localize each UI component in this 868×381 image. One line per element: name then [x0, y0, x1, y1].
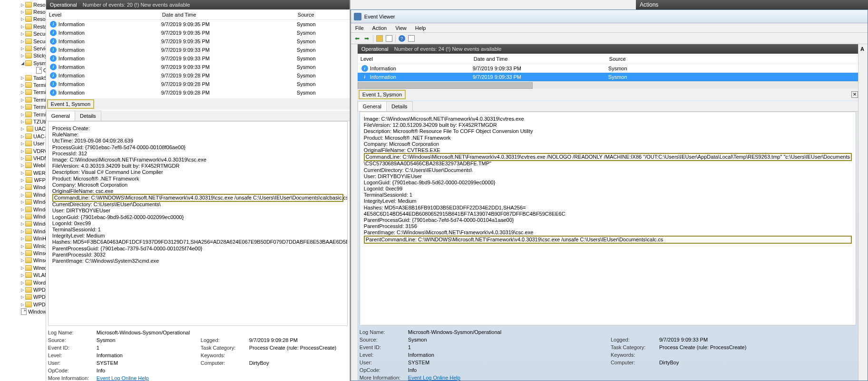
- expand-arrow-icon[interactable]: ▷: [21, 105, 24, 109]
- event-columns-right[interactable]: Level Date and Time Source: [358, 54, 858, 64]
- col-level[interactable]: Level: [358, 56, 471, 62]
- expand-arrow-icon[interactable]: ▷: [21, 207, 24, 212]
- expand-arrow-icon[interactable]: ▷: [21, 10, 24, 14]
- expand-arrow-icon[interactable]: ▷: [21, 119, 24, 124]
- expand-arrow-icon[interactable]: ▷: [21, 251, 24, 256]
- col-date[interactable]: Date and Time: [159, 12, 295, 18]
- menu-help[interactable]: Help: [411, 25, 430, 31]
- expand-arrow-icon[interactable]: ▷: [21, 17, 24, 21]
- expand-arrow-icon[interactable]: ▷: [21, 39, 24, 44]
- tree-item-wer-diagnosti[interactable]: ▷WER-Diagnosti: [0, 169, 46, 176]
- event-row[interactable]: iInformation9/7/2019 9:09:35 PMSysmon: [46, 20, 350, 29]
- tree-item-resource-exha[interactable]: ▷Resource-Exha: [0, 8, 46, 15]
- detail-tabs-right[interactable]: General Details: [358, 101, 858, 112]
- tree-item-terminalservic[interactable]: ▷TerminalServic: [0, 81, 46, 88]
- expand-arrow-icon[interactable]: ▷: [21, 46, 24, 51]
- event-row[interactable]: iInformation9/7/2019 9:09:33 PMSysmon: [46, 54, 350, 63]
- tree-item-sysmon[interactable]: ◢Sysmon: [0, 59, 46, 67]
- event-detail-left[interactable]: Process Create:RuleName:UtcTime: 2019-09…: [48, 121, 348, 326]
- help-button[interactable]: ?: [398, 34, 406, 43]
- event-row[interactable]: iInformation9/7/2019 9:09:28 PMSysmon: [46, 88, 350, 97]
- event-row[interactable]: iInformation9/7/2019 9:09:33 PMSysmon: [46, 46, 350, 54]
- event-row[interactable]: iInformation9/7/2019 9:09:28 PMSysmon: [46, 71, 350, 80]
- expand-arrow-icon[interactable]: ▷: [21, 97, 24, 102]
- properties-button[interactable]: [385, 34, 393, 43]
- tree-item-windows-firew[interactable]: ▷Windows Firew: [0, 191, 46, 198]
- online-help-link[interactable]: Event Log Online Help: [408, 375, 460, 381]
- tree-item-windows-defe[interactable]: ▷Windows Defe: [0, 184, 46, 191]
- tree-item-wlan-autoco[interactable]: ▷WLAN-AutoCo: [0, 271, 46, 278]
- tree-item-winhttp[interactable]: ▷WinHttp: [0, 235, 46, 242]
- menu-action[interactable]: Action: [368, 25, 391, 31]
- tree-item-resource-exha[interactable]: ▷Resource-Exha: [0, 1, 46, 8]
- tree-item-wpd-mtpclas[interactable]: ▷WPD-MTPClas: [0, 301, 46, 308]
- tree-item-taskscheduler[interactable]: ▷TaskScheduler: [0, 74, 46, 81]
- expand-arrow-icon[interactable]: ▷: [21, 192, 24, 197]
- tree-item-windowsupda[interactable]: ▷WindowsUpda: [0, 228, 46, 235]
- col-source[interactable]: Source: [295, 12, 350, 18]
- expand-arrow-icon[interactable]: ▷: [21, 295, 24, 299]
- tree-item-operationa[interactable]: Operationa: [0, 67, 46, 74]
- show-tree-button[interactable]: [375, 34, 384, 43]
- tree-item-security-audi[interactable]: ▷Security-Audi: [0, 30, 46, 38]
- expand-arrow-icon[interactable]: ▷: [21, 76, 24, 80]
- expand-arrow-icon[interactable]: ▷: [21, 163, 24, 168]
- col-date[interactable]: Date and Time: [471, 56, 606, 62]
- tree-item-restartmanag[interactable]: ▷RestartManag: [0, 23, 46, 30]
- expand-arrow-icon[interactable]: ▷: [21, 200, 24, 204]
- tree-item-wired-autoco[interactable]: ▷Wired-AutoCo: [0, 264, 46, 271]
- menu-file[interactable]: File: [351, 25, 368, 31]
- expand-arrow-icon[interactable]: ▷: [21, 229, 24, 234]
- event-row[interactable]: iInformation9/7/2019 9:09:28 PMSysmon: [46, 80, 350, 88]
- tree-item-terminalservic[interactable]: ▷TerminalServic: [0, 111, 46, 118]
- expand-arrow-icon[interactable]: ▷: [21, 302, 24, 307]
- tree-item-terminalservic[interactable]: ▷TerminalServic: [0, 103, 46, 110]
- expand-arrow-icon[interactable]: ▷: [21, 236, 24, 241]
- expand-arrow-icon[interactable]: ▷: [21, 141, 24, 146]
- online-help-link[interactable]: Event Log Online Help: [97, 375, 149, 381]
- event-row[interactable]: iInformation9/7/2019 9:09:33 PMSysmon: [358, 73, 858, 81]
- event-row[interactable]: iInformation9/7/2019 9:09:35 PMSysmon: [46, 37, 350, 46]
- window-titlebar[interactable]: Event Viewer: [351, 10, 868, 23]
- tree-item-stickynotes[interactable]: ▷StickyNotes: [0, 52, 46, 59]
- back-button[interactable]: [353, 34, 361, 43]
- col-source[interactable]: Source: [606, 56, 858, 62]
- tree-item-wpd-compos[interactable]: ▷WPD-Compos: [0, 294, 46, 301]
- expand-arrow-icon[interactable]: ▷: [21, 126, 26, 131]
- expand-arrow-icon[interactable]: ▷: [21, 156, 24, 161]
- detail-tabs[interactable]: General Details: [46, 111, 350, 121]
- tree-item-wpd-classinst[interactable]: ▷WPD-ClassInst: [0, 286, 46, 293]
- nav-gutter[interactable]: [351, 44, 358, 381]
- expand-arrow-icon[interactable]: ▷: [21, 214, 24, 219]
- tree-item-webio[interactable]: ▷WebIO: [0, 162, 46, 169]
- expand-arrow-icon[interactable]: ▷: [21, 178, 25, 182]
- tree-item-tzutil[interactable]: ▷TZUtil: [0, 118, 46, 125]
- tree-item-wfp[interactable]: ▷WFP: [0, 176, 46, 183]
- tree-item-vhdmp[interactable]: ▷VHDMP: [0, 154, 46, 162]
- tree-item-winsock-catal[interactable]: ▷Winsock Catal: [0, 249, 46, 257]
- expand-arrow-icon[interactable]: ▷: [21, 24, 24, 29]
- tab-general[interactable]: General: [358, 101, 387, 111]
- tree-item-security-identi[interactable]: ▷Security-Identi: [0, 38, 46, 45]
- close-detail-button[interactable]: ✕: [851, 91, 858, 98]
- event-row[interactable]: iInformation9/7/2019 9:09:33 PMSysmon: [358, 64, 858, 73]
- event-row[interactable]: iInformation9/7/2019 9:09:33 PMSysmon: [46, 63, 350, 71]
- event-row[interactable]: iInformation9/7/2019 9:09:35 PMSysmon: [46, 29, 350, 37]
- tree-item-terminalservic[interactable]: ▷TerminalServic: [0, 89, 46, 96]
- tree-item-service-report[interactable]: ▷Service Report: [0, 45, 46, 52]
- expand-arrow-icon[interactable]: ▷: [21, 280, 24, 285]
- expand-arrow-icon[interactable]: ▷: [21, 134, 24, 139]
- tree-item-windowsback-[interactable]: ▷WindowsBackı: [0, 206, 46, 213]
- expand-arrow-icon[interactable]: ▷: [21, 287, 24, 292]
- expand-arrow-icon[interactable]: ▷: [21, 112, 24, 117]
- menu-bar[interactable]: File Action View Help: [351, 23, 868, 33]
- expand-arrow-icon[interactable]: ▷: [21, 83, 24, 87]
- tree-item-uac-filevirtua[interactable]: ▷UAC-FileVirtua: [0, 133, 46, 140]
- event-columns[interactable]: Level Date and Time Source: [46, 10, 350, 20]
- expand-arrow-icon[interactable]: ▷: [21, 266, 24, 270]
- tab-general[interactable]: General: [46, 111, 75, 121]
- log-tree[interactable]: ▷Resource-Exha▷Resource-Exha▷Resource-Le…: [0, 0, 46, 381]
- h-scrollbar[interactable]: [358, 81, 858, 89]
- toolbar[interactable]: ?: [351, 33, 868, 44]
- event-list-right[interactable]: iInformation9/7/2019 9:09:33 PMSysmoniIn…: [358, 64, 858, 81]
